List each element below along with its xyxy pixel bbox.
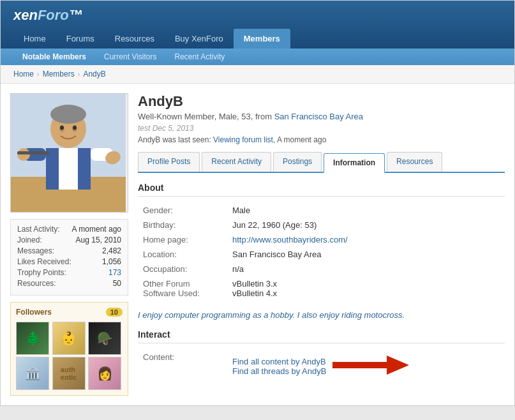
followers-grid: 🌲 👶 🪖 🏛️ authentic 👩 [16,322,123,390]
svg-point-6 [60,126,64,130]
test-label: test [138,124,150,133]
site-logo: xenForo™ [13,7,502,24]
info-row-gender: Gender: Male [138,203,505,218]
svg-point-7 [73,126,77,130]
breadcrumb-home[interactable]: Home [13,70,34,79]
follower-avatar-2[interactable]: 👶 [52,322,86,355]
tab-information[interactable]: Information [324,153,385,173]
stats-box: Last Activity: A moment ago Joined: Aug … [10,219,128,296]
follower-avatar-4[interactable]: 🏛️ [16,357,49,390]
breadcrumb-members[interactable]: Members [43,70,75,79]
info-row-forum-software: Other Forum Software Used: vBulletin 3.x… [138,276,505,301]
avatar [11,94,126,212]
svg-marker-16 [332,356,409,375]
info-label-birthday: Birthday: [138,218,227,232]
tab-profile-posts[interactable]: Profile Posts [138,152,200,172]
tab-postings[interactable]: Postings [273,152,322,172]
logo-foro: Foro [38,7,69,23]
stat-likes-value: 1,056 [102,257,121,266]
stat-messages-label: Messages: [17,246,54,255]
main-navigation: Home Forums Resources Buy XenForo Member… [13,29,502,49]
profile-header: AndyB Well-Known Member, Male, 53, from … [138,93,505,144]
last-seen-prefix: AndyB was last seen: [138,135,211,144]
test-date: Dec 5, 2013 [153,124,194,133]
subnav-recent-activity[interactable]: Recent Activity [166,49,234,65]
find-content-link[interactable]: Find all content by AndyB [232,357,326,366]
info-row-homepage: Home page: http://www.southbayriders.com… [138,232,505,247]
breadcrumb-sep-2: › [78,70,80,78]
follower-avatar-6[interactable]: 👩 [88,357,121,390]
profile-last-seen: AndyB was last seen: Viewing forum list,… [138,135,505,144]
info-row-location: Location: San Francisco Bay Area [138,247,505,262]
interact-content-links: Find all content by AndyB Find all threa… [227,350,505,382]
info-value-gender: Male [227,203,505,218]
profile-tagline: Well-Known Member, Male, 53, from San Fr… [138,112,505,121]
info-value-homepage: http://www.southbayriders.com/ [227,232,505,247]
bio-text: I enjoy computer programming as a hobby.… [138,310,505,320]
tagline-text: Well-Known Member, Male, 53, from [138,112,272,121]
follower-avatar-5[interactable]: authentic [52,357,86,390]
followers-label: Followers [16,308,52,317]
interact-links-container: Find all content by AndyB Find all threa… [232,352,500,380]
about-section: About Gender: Male Birthday: Jun 22, 196… [138,183,505,320]
nav-buy[interactable]: Buy XenForo [165,29,234,49]
nav-home[interactable]: Home [13,29,56,49]
profile-name: AndyB [138,93,505,110]
main-content: AndyB Well-Known Member, Male, 53, from … [138,93,505,396]
info-label-location: Location: [138,247,227,262]
svg-rect-15 [17,151,49,154]
interact-links-column: Find all content by AndyB Find all threa… [232,357,326,376]
stat-messages-value: 2,482 [102,246,121,255]
stat-last-activity-label: Last Activity: [17,225,60,234]
follower-avatar-3[interactable]: 🪖 [88,322,121,355]
stat-messages: Messages: 2,482 [17,246,121,255]
stat-joined-label: Joined: [17,236,42,244]
info-value-location: San Francisco Bay Area [227,247,505,262]
followers-count: 10 [106,308,123,317]
stat-last-activity: Last Activity: A moment ago [17,225,121,234]
red-arrow-svg [332,352,409,378]
about-title: About [138,183,505,197]
nav-forums[interactable]: Forums [56,29,105,49]
subnav-notable-members[interactable]: Notable Members [13,49,95,65]
stat-trophy-value[interactable]: 173 [108,268,121,277]
avatar-box [10,93,128,213]
interact-table: Content: Find all content by AndyB Find … [138,350,505,382]
svg-point-3 [50,105,86,124]
arrow-decoration [332,352,409,380]
nav-resources[interactable]: Resources [105,29,165,49]
breadcrumb-andyb[interactable]: AndyB [83,70,105,79]
breadcrumb-sep-1: › [37,70,40,78]
breadcrumb: Home › Members › AndyB [1,65,514,84]
header: xenForo™ Home Forums Resources Buy XenFo… [1,1,514,49]
stat-resources-label: Resources: [17,279,56,288]
interact-section: Interact Content: Find all content by An… [138,329,505,382]
followers-header: Followers 10 [16,308,123,317]
profile-location-link[interactable]: San Francisco Bay Area [274,112,363,121]
followers-box: Followers 10 🌲 👶 🪖 🏛️ authentic 👩 [10,302,128,396]
interact-content-label: Content: [138,350,227,382]
stat-resources: Resources: 50 [17,279,121,288]
last-seen-time: A moment ago [277,135,326,144]
info-value-birthday: Jun 22, 1960 (Age: 53) [227,218,505,232]
homepage-link[interactable]: http://www.southbayriders.com/ [232,235,348,244]
interact-row-content: Content: Find all content by AndyB Find … [138,350,505,382]
stat-trophy-label: Trophy Points: [17,268,66,277]
info-label-gender: Gender: [138,203,227,218]
find-threads-link[interactable]: Find all threads by AndyB [232,366,326,376]
tab-resources[interactable]: Resources [387,152,442,172]
svg-rect-10 [78,148,91,190]
stat-likes: Likes Received: 1,056 [17,257,121,266]
subnav-current-visitors[interactable]: Current Visitors [95,49,165,65]
follower-avatar-1[interactable]: 🌲 [16,322,49,355]
page-content: Last Activity: A moment ago Joined: Aug … [1,84,514,405]
info-value-forum-software: vBulletin 3.x vBulletin 4.x [227,276,505,301]
stat-likes-label: Likes Received: [17,257,71,266]
stat-last-activity-value: A moment ago [72,225,121,234]
tab-recent-activity[interactable]: Recent Activity [202,152,271,172]
profile-tabs: Profile Posts Recent Activity Postings I… [138,152,505,173]
left-sidebar: Last Activity: A moment ago Joined: Aug … [10,93,128,396]
last-seen-action[interactable]: Viewing forum list [213,135,273,144]
nav-members[interactable]: Members [234,29,290,49]
stat-trophy: Trophy Points: 173 [17,268,121,277]
